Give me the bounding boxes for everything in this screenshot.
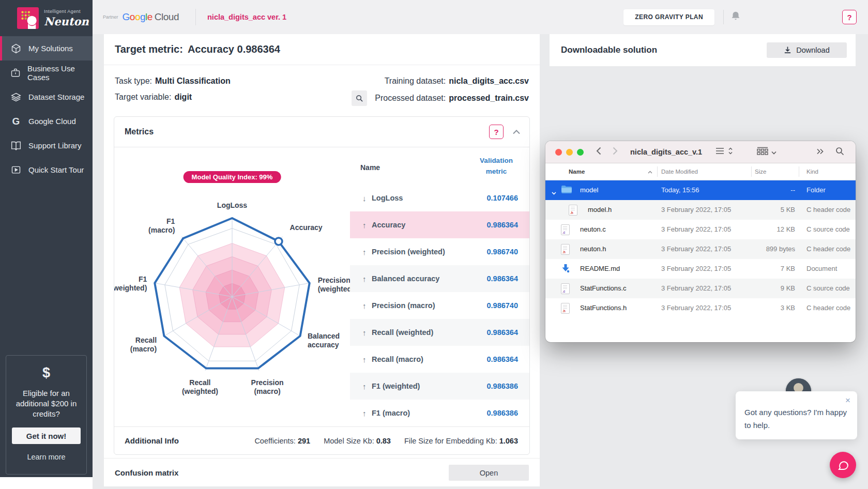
- file-row-model-folder[interactable]: model Today, 15:56 -- Folder: [545, 180, 856, 200]
- model-quality-badge: Model Quality Index: 99%: [184, 171, 281, 183]
- file-row[interactable]: .c StatFunctions.c 3 February 2022, 17:0…: [545, 279, 856, 298]
- confusion-matrix-title: Confusion matrix: [115, 468, 178, 477]
- minimize-window-button[interactable]: [566, 149, 573, 156]
- svg-text:F1(macro): F1(macro): [148, 217, 175, 234]
- finder-toolbar[interactable]: nicla_digits_acc_v.1: [545, 141, 856, 163]
- file-size: 899 bytes: [766, 245, 795, 253]
- sidebar-item-label: Dataset Storage: [28, 93, 84, 101]
- column-header-date-modified[interactable]: Date Modified: [661, 169, 698, 175]
- more-toolbar-items-icon[interactable]: [816, 147, 824, 157]
- arrow-up-icon: ↑: [362, 328, 372, 337]
- sidebar-item-google-cloud[interactable]: G Google Cloud: [0, 109, 93, 133]
- notifications-bell-icon[interactable]: [730, 10, 741, 24]
- list-view-icon[interactable]: [715, 147, 725, 157]
- search-icon[interactable]: [835, 147, 844, 158]
- metrics-table-header: Name Validation metric: [350, 147, 529, 185]
- brand-name: Neuton: [44, 15, 89, 28]
- file-date: 3 February 2022, 17:05: [661, 206, 731, 213]
- file-row[interactable]: .h model.h 3 February 2022, 17:05 5 KB C…: [545, 200, 856, 220]
- credits-promo-card: $ Eligible for an additional $200 in cre…: [6, 355, 87, 475]
- promo-text: Eligible for an additional $200 in credi…: [6, 388, 86, 419]
- download-icon: [784, 46, 791, 54]
- sort-toggle-icon[interactable]: [728, 147, 733, 157]
- target-variable-value: digit: [174, 93, 192, 102]
- learn-more-link[interactable]: Learn more: [27, 453, 65, 461]
- metrics-help-button[interactable]: ?: [489, 125, 504, 139]
- column-header-kind[interactable]: Kind: [806, 169, 818, 175]
- sort-ascending-icon: [648, 169, 652, 175]
- back-chevron-icon[interactable]: [596, 147, 601, 157]
- sidebar-item-label: Google Cloud: [28, 117, 76, 126]
- model-size-stat: Model Size Kb: 0.83: [324, 437, 391, 445]
- arrow-up-icon: ↑: [362, 248, 372, 256]
- dataset-search-button[interactable]: [352, 90, 367, 106]
- chevron-down-icon[interactable]: [771, 147, 776, 157]
- project-title: nicla_digits_acc ver. 1: [207, 13, 286, 21]
- sidebar-item-business-use-cases[interactable]: Business Use Cases: [0, 60, 93, 85]
- metric-row: ↓LogLoss0.107466: [350, 185, 529, 211]
- chat-launcher-button[interactable]: [830, 452, 856, 478]
- sidebar-item-support-library[interactable]: Support Library: [0, 133, 93, 158]
- file-row[interactable]: .h StatFunctions.h 3 February 2022, 17:0…: [545, 298, 856, 318]
- radar-chart: LogLossAccuracyPrecision(weightedBalance…: [114, 186, 350, 426]
- sidebar-item-label: Support Library: [28, 141, 82, 150]
- sidebar-nav: My Solutions Business Use Cases Dataset …: [0, 36, 93, 182]
- file-kind: C header code: [806, 206, 850, 213]
- target-metric-value: Accuracy 0.986364: [188, 43, 280, 55]
- file-size: 12 KB: [777, 225, 795, 233]
- sidebar-item-my-solutions[interactable]: My Solutions: [0, 36, 93, 60]
- training-dataset-value: nicla_digits_acc.csv: [449, 77, 529, 86]
- downloadable-solution-card: Downloadable solution Download: [550, 34, 856, 66]
- sidebar-item-quick-start-tour[interactable]: Quick Start Tour: [0, 158, 93, 182]
- file-kind: Folder: [806, 186, 826, 194]
- get-it-now-button[interactable]: Get it now!: [12, 427, 81, 444]
- brand-logo[interactable]: Intelligent Agent Neuton: [0, 0, 93, 36]
- metric-row: ↑F1 (weighted)0.986386: [350, 373, 529, 400]
- column-divider[interactable]: [751, 166, 752, 177]
- divider: [723, 10, 724, 24]
- metrics-title: Metrics: [125, 127, 154, 136]
- open-confusion-matrix-button[interactable]: Open: [449, 465, 529, 481]
- google-cloud-logo: GoogleCloud: [123, 11, 179, 23]
- column-header-size[interactable]: Size: [755, 169, 766, 175]
- file-date: 3 February 2022, 17:05: [661, 304, 731, 312]
- layers-icon: [10, 91, 22, 103]
- metric-row: ↑Precision (macro)0.986740: [350, 292, 529, 319]
- collapse-chevron-icon[interactable]: [513, 130, 520, 134]
- neuton-logo-icon: [17, 7, 39, 29]
- sidebar-item-dataset-storage[interactable]: Dataset Storage: [0, 85, 93, 109]
- file-size: 7 KB: [781, 265, 795, 272]
- file-row[interactable]: .c neuton.c 3 February 2022, 17:05 12 KB…: [545, 220, 856, 239]
- file-kind: C header code: [806, 245, 850, 253]
- finder-window: nicla_digits_acc_v.1 Name Date Modified …: [545, 141, 856, 342]
- chat-message: Got any questions? I'm happy to help.: [744, 406, 848, 432]
- download-button[interactable]: Download: [767, 42, 847, 58]
- file-row[interactable]: README.md 3 February 2022, 17:05 7 KB Do…: [545, 259, 856, 279]
- screen: Intelligent Agent Neuton My Solutions Bu…: [0, 0, 868, 489]
- sidebar-item-label: Quick Start Tour: [28, 165, 84, 174]
- window-controls: [555, 149, 584, 156]
- sidebar: Intelligent Agent Neuton My Solutions Bu…: [0, 0, 93, 477]
- svg-text:Recall(macro): Recall(macro): [130, 336, 157, 353]
- forward-chevron-icon[interactable]: [613, 147, 618, 157]
- svg-text:Precision(weighted: Precision(weighted: [318, 276, 350, 293]
- name-column-header: Name: [360, 163, 380, 185]
- close-icon[interactable]: ×: [845, 395, 850, 406]
- column-divider[interactable]: [799, 166, 799, 177]
- help-button[interactable]: ?: [842, 10, 857, 24]
- sidebar-item-label: My Solutions: [28, 44, 73, 53]
- arrow-up-icon: ↑: [362, 301, 372, 310]
- column-header-name[interactable]: Name: [569, 169, 585, 175]
- c-header-file-icon: .h: [569, 205, 577, 216]
- arrow-up-icon: ↑: [362, 274, 372, 283]
- briefcase-icon: [10, 67, 21, 79]
- plan-button[interactable]: ZERO GRAVITY PLAN: [623, 9, 714, 25]
- close-window-button[interactable]: [555, 149, 562, 156]
- disclosure-chevron-icon[interactable]: [552, 189, 556, 196]
- file-date: 3 February 2022, 17:05: [661, 265, 731, 272]
- metrics-table: Name Validation metric ↓LogLoss0.107466 …: [350, 147, 529, 426]
- zoom-window-button[interactable]: [577, 149, 584, 156]
- file-row[interactable]: .h neuton.h 3 February 2022, 17:05 899 b…: [545, 239, 856, 259]
- group-view-icon[interactable]: [757, 147, 768, 157]
- column-divider[interactable]: [657, 166, 658, 177]
